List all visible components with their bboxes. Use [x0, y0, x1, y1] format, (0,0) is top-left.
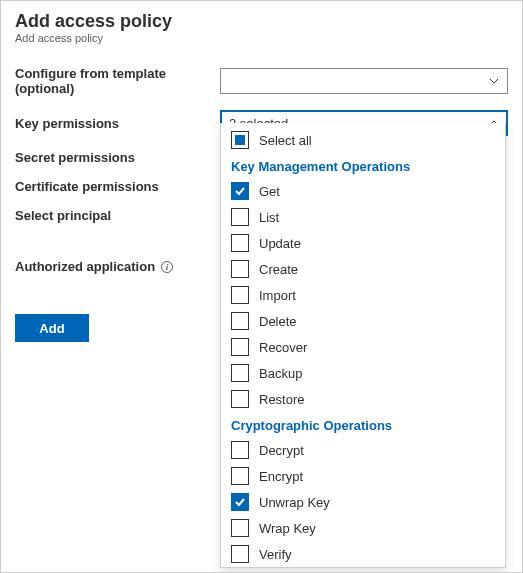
checkbox-checked-icon: [231, 182, 249, 200]
option-item[interactable]: Delete: [221, 308, 505, 334]
option-label: Update: [259, 236, 301, 251]
option-item[interactable]: Import: [221, 282, 505, 308]
label-certificate-permissions: Certificate permissions: [15, 179, 220, 194]
key-permissions-flyout: Select all Key Management OperationsGetL…: [220, 123, 506, 568]
label-key-permissions: Key permissions: [15, 116, 220, 131]
add-access-policy-page: Add access policy Add access policy Conf…: [0, 0, 523, 573]
checkbox-icon: [231, 390, 249, 408]
option-select-all[interactable]: Select all: [221, 127, 505, 153]
option-item[interactable]: Verify: [221, 541, 505, 567]
label-authorized-application: Authorized application: [15, 259, 155, 274]
option-label: Create: [259, 262, 298, 277]
checkbox-icon: [231, 519, 249, 537]
option-item[interactable]: Decrypt: [221, 437, 505, 463]
option-item[interactable]: Get: [221, 178, 505, 204]
option-label: Backup: [259, 366, 302, 381]
label-secret-permissions: Secret permissions: [15, 150, 220, 165]
option-item[interactable]: Encrypt: [221, 463, 505, 489]
group-header: Cryptographic Operations: [221, 412, 505, 437]
option-label: Select all: [259, 133, 312, 148]
option-label: Restore: [259, 392, 305, 407]
option-item[interactable]: Recover: [221, 334, 505, 360]
option-item[interactable]: List: [221, 204, 505, 230]
checkbox-icon: [231, 312, 249, 330]
checkbox-icon: [231, 441, 249, 459]
checkbox-icon: [231, 338, 249, 356]
checkbox-icon: [231, 286, 249, 304]
option-label: Encrypt: [259, 469, 303, 484]
option-label: Get: [259, 184, 280, 199]
option-label: Import: [259, 288, 296, 303]
option-label: Verify: [259, 547, 292, 562]
option-item[interactable]: Create: [221, 256, 505, 282]
option-label: Unwrap Key: [259, 495, 330, 510]
option-item[interactable]: Backup: [221, 360, 505, 386]
option-label: Recover: [259, 340, 307, 355]
checkbox-icon: [231, 545, 249, 563]
checkbox-icon: [231, 208, 249, 226]
option-item[interactable]: Restore: [221, 386, 505, 412]
page-subtitle: Add access policy: [15, 32, 508, 44]
info-icon[interactable]: i: [161, 261, 173, 273]
option-item[interactable]: Update: [221, 230, 505, 256]
option-label: Delete: [259, 314, 297, 329]
option-label: Wrap Key: [259, 521, 316, 536]
checkbox-icon: [231, 234, 249, 252]
checkbox-icon: [231, 364, 249, 382]
checkbox-icon: [231, 467, 249, 485]
checkbox-icon: [231, 260, 249, 278]
chevron-down-icon: [489, 76, 499, 86]
add-button[interactable]: Add: [15, 314, 89, 342]
option-label: Decrypt: [259, 443, 304, 458]
option-item[interactable]: Sign: [221, 567, 505, 568]
option-item[interactable]: Wrap Key: [221, 515, 505, 541]
configure-from-template-dropdown[interactable]: [220, 68, 508, 94]
label-select-principal: Select principal: [15, 208, 220, 223]
option-label: List: [259, 210, 279, 225]
option-item[interactable]: Unwrap Key: [221, 489, 505, 515]
group-header: Key Management Operations: [221, 153, 505, 178]
label-configure-from-template: Configure from template (optional): [15, 66, 220, 96]
page-title: Add access policy: [15, 11, 508, 32]
checkbox-indeterminate-icon: [231, 131, 249, 149]
checkbox-checked-icon: [231, 493, 249, 511]
